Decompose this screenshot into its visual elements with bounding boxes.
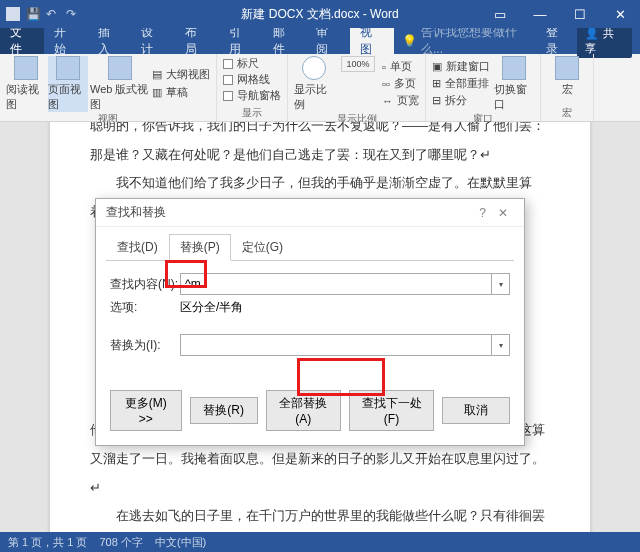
dialog-close-icon[interactable]: ✕ xyxy=(492,206,514,220)
paragraph[interactable]: 聪明的，你告诉我，我们的日子为什么一去不复返呢？——是有人偷了他们罢：那是谁？又… xyxy=(90,122,550,169)
tab-replace[interactable]: 替换(P) xyxy=(169,234,231,261)
cancel-button[interactable]: 取消 xyxy=(442,397,510,424)
tab-view[interactable]: 视图 xyxy=(350,28,394,54)
read-view-button[interactable]: 阅读视图 xyxy=(6,56,46,112)
pagewidth-icon: ↔ xyxy=(382,95,393,107)
page-view-button[interactable]: 页面视图 xyxy=(48,56,88,112)
replace-all-button[interactable]: 全部替换(A) xyxy=(266,390,341,431)
gridlines-checkbox[interactable] xyxy=(223,75,233,85)
tab-goto[interactable]: 定位(G) xyxy=(231,234,294,261)
arrange-all-button[interactable]: ⊞全部重排 xyxy=(432,76,490,91)
find-label: 查找内容(N): xyxy=(110,276,180,293)
tab-insert[interactable]: 插入 xyxy=(88,28,132,54)
tab-home[interactable]: 开始 xyxy=(44,28,88,54)
titlebar: 💾 ↶ ↷ 新建 DOCX 文档.docx - Word ▭ — ☐ ✕ xyxy=(0,0,640,28)
redo-icon[interactable]: ↷ xyxy=(66,7,80,21)
outline-view-button[interactable]: ▤大纲视图 xyxy=(152,67,210,82)
zoom-100-button[interactable]: 100% xyxy=(338,56,378,112)
arrange-icon: ⊞ xyxy=(432,77,441,90)
ribbon: 阅读视图 页面视图 Web 版式视图 ▤大纲视图 ▥草稿 视图 标尺 网格线 导… xyxy=(0,54,640,122)
tab-find[interactable]: 查找(D) xyxy=(106,234,169,261)
one-page-button[interactable]: ▫单页 xyxy=(382,59,419,74)
status-words[interactable]: 708 个字 xyxy=(99,535,142,550)
replace-input[interactable] xyxy=(180,334,492,356)
group-window: ▣新建窗口 ⊞全部重排 ⊟拆分 切换窗口 窗口 xyxy=(426,54,541,121)
group-macros: 宏 宏 xyxy=(541,54,594,121)
split-icon: ⊟ xyxy=(432,94,441,107)
tab-mailings[interactable]: 邮件 xyxy=(263,28,307,54)
dialog-tabs: 查找(D) 替换(P) 定位(G) xyxy=(106,233,514,261)
tab-review[interactable]: 审阅 xyxy=(306,28,350,54)
options-value: 区分全/半角 xyxy=(180,299,243,316)
navpane-checkbox[interactable] xyxy=(223,91,233,101)
options-label: 选项: xyxy=(110,299,180,316)
tell-me[interactable]: 💡 告诉我您想要做什么... xyxy=(394,24,546,58)
draft-icon: ▥ xyxy=(152,86,162,99)
macros-button[interactable]: 宏 xyxy=(547,56,587,97)
login-link[interactable]: 登录 xyxy=(546,24,570,58)
word-icon xyxy=(6,7,20,21)
multi-page-button[interactable]: ▫▫多页 xyxy=(382,76,419,91)
save-icon[interactable]: 💾 xyxy=(26,7,40,21)
ruler-checkbox[interactable] xyxy=(223,59,233,69)
more-button[interactable]: 更多(M) >> xyxy=(110,390,182,431)
dialog-help-icon[interactable]: ? xyxy=(473,206,492,220)
dialog-title: 查找和替换 xyxy=(106,204,473,221)
tab-design[interactable]: 设计 xyxy=(131,28,175,54)
replace-dropdown-icon[interactable]: ▾ xyxy=(492,334,510,356)
group-show: 标尺 网格线 导航窗格 显示 xyxy=(217,54,288,121)
outline-icon: ▤ xyxy=(152,68,162,81)
tell-me-text: 告诉我您想要做什么... xyxy=(421,24,538,58)
tab-references[interactable]: 引用 xyxy=(219,28,263,54)
switch-window-button[interactable]: 切换窗口 xyxy=(494,56,534,112)
dialog-titlebar[interactable]: 查找和替换 ? ✕ xyxy=(96,199,524,227)
tab-layout[interactable]: 布局 xyxy=(175,28,219,54)
replace-label: 替换为(I): xyxy=(110,337,180,354)
new-window-button[interactable]: ▣新建窗口 xyxy=(432,59,490,74)
lightbulb-icon: 💡 xyxy=(402,34,417,48)
group-zoom: 显示比例 100% ▫单页 ▫▫多页 ↔页宽 显示比例 xyxy=(288,54,426,121)
statusbar: 第 1 页，共 1 页 708 个字 中文(中国) xyxy=(0,532,640,552)
window-title: 新建 DOCX 文档.docx - Word xyxy=(241,6,398,23)
maximize-icon[interactable]: ☐ xyxy=(560,0,600,28)
replace-button[interactable]: 替换(R) xyxy=(190,397,258,424)
share-button[interactable]: 👤 共享 xyxy=(577,24,632,58)
split-button[interactable]: ⊟拆分 xyxy=(432,93,490,108)
ribbon-options-icon[interactable]: ▭ xyxy=(480,0,520,28)
page-width-button[interactable]: ↔页宽 xyxy=(382,93,419,108)
undo-icon[interactable]: ↶ xyxy=(46,7,60,21)
status-language[interactable]: 中文(中国) xyxy=(155,535,206,550)
newwin-icon: ▣ xyxy=(432,60,442,73)
ribbon-tabs: 文件 开始 插入 设计 布局 引用 邮件 审阅 视图 💡 告诉我您想要做什么..… xyxy=(0,28,640,54)
find-next-button[interactable]: 查找下一处(F) xyxy=(349,390,434,431)
onepage-icon: ▫ xyxy=(382,61,386,73)
paragraph[interactable]: 在逃去如飞的日子里，在千门万户的世界里的我能做些什么呢？只有徘徊罢了，只有匆匆罢… xyxy=(90,502,550,532)
minimize-icon[interactable]: — xyxy=(520,0,560,28)
draft-view-button[interactable]: ▥草稿 xyxy=(152,85,210,100)
group-views: 阅读视图 页面视图 Web 版式视图 ▤大纲视图 ▥草稿 视图 xyxy=(0,54,217,121)
zoom-button[interactable]: 显示比例 xyxy=(294,56,334,112)
find-input[interactable] xyxy=(180,273,492,295)
find-dropdown-icon[interactable]: ▾ xyxy=(492,273,510,295)
tab-file[interactable]: 文件 xyxy=(0,28,44,54)
web-view-button[interactable]: Web 版式视图 xyxy=(90,56,150,112)
multipage-icon: ▫▫ xyxy=(382,78,390,90)
status-page[interactable]: 第 1 页，共 1 页 xyxy=(8,535,87,550)
find-replace-dialog: 查找和替换 ? ✕ 查找(D) 替换(P) 定位(G) 查找内容(N): ▾ 选… xyxy=(95,198,525,446)
share-icon: 👤 xyxy=(585,27,599,39)
close-icon[interactable]: ✕ xyxy=(600,0,640,28)
